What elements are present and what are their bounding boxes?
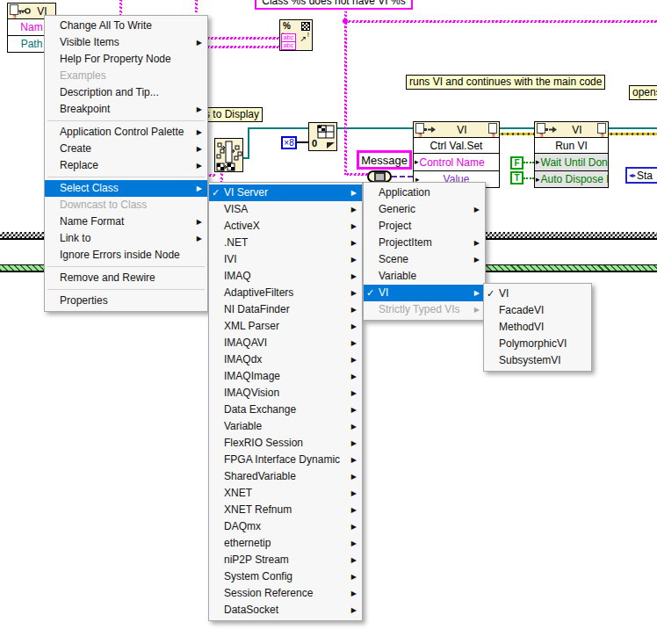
menu-item-description-and-tip[interactable]: Description and Tip...: [45, 84, 207, 101]
numeric-wire[interactable]: [297, 141, 308, 143]
menu-item-application-control-palette[interactable]: Application Control Palette▶: [45, 124, 207, 141]
string-constant-class-error[interactable]: Class %s does not have VI %s: [255, 0, 413, 10]
comment-opens[interactable]: opens: [629, 85, 657, 100]
submenu-arrow-icon: ▶: [351, 402, 357, 418]
menu-item-project[interactable]: Project: [364, 218, 485, 235]
string-wire[interactable]: [119, 0, 122, 16]
menu-item-imaqimage[interactable]: IMAQImage▶: [209, 368, 362, 385]
string-wire[interactable]: [344, 11, 347, 175]
vi-refnum-wire[interactable]: [337, 127, 413, 129]
menu-item-generic[interactable]: Generic▶: [364, 201, 485, 218]
submenu-arrow-icon: ▶: [351, 468, 357, 485]
error-wire[interactable]: [498, 133, 534, 135]
vi-refnum-wire[interactable]: [498, 127, 534, 129]
menu-item-fpga-interface-dynamic[interactable]: FPGA Interface Dynamic▶: [209, 452, 362, 468]
method-name[interactable]: Ctrl Val.Set: [414, 138, 499, 154]
menu-item-xnet[interactable]: XNET▶: [209, 485, 362, 502]
param-auto-dispose-ref[interactable]: ▸ Auto Dispose Ref: [535, 171, 608, 187]
param-control-name[interactable]: ▸ Control Name: [414, 154, 499, 171]
menu-item-label: Scene: [379, 253, 408, 265]
menu-item-remove-and-rewire[interactable]: Remove and Rewire: [45, 270, 207, 286]
menu-item-vi[interactable]: ✓VI: [484, 286, 591, 302]
menu-item-ignore-errors-inside-node[interactable]: Ignore Errors inside Node: [45, 247, 207, 264]
menu-item-application[interactable]: Application: [364, 185, 485, 201]
menu-item-replace[interactable]: Replace▶: [45, 157, 207, 174]
menu-item-flexrio-session[interactable]: FlexRIO Session▶: [209, 435, 362, 452]
menu-item-facadevi[interactable]: FacadeVI: [484, 302, 591, 319]
menu-item-datasocket[interactable]: DataSocket▶: [209, 602, 362, 619]
menu-item-name-format[interactable]: Name Format▶: [45, 213, 207, 230]
invoke-node-ctrl-val-set[interactable]: ?! VI ?! Ctrl Val.Set ▸ Control Name ▸ V…: [413, 121, 500, 188]
boolean-constant-false[interactable]: F: [510, 156, 523, 170]
menu-item-variable[interactable]: Variable▶: [209, 418, 362, 435]
menu-item-imaqvision[interactable]: IMAQVision▶: [209, 385, 362, 402]
menu-item-data-exchange[interactable]: Data Exchange▶: [209, 402, 362, 418]
menu-item-visible-items[interactable]: Visible Items▶: [45, 34, 207, 51]
string-wire[interactable]: [347, 173, 369, 176]
menu-item-daqmx[interactable]: DAQmx▶: [209, 518, 362, 535]
param-wait-until-done[interactable]: ▸ Wait Until Done: [535, 154, 608, 171]
submenu-arrow-icon: ▶: [197, 180, 202, 197]
menu-item-subsystemvi[interactable]: SubsystemVI: [484, 352, 591, 369]
index-array-icon[interactable]: 0: [308, 122, 337, 151]
comment-s-to-display[interactable]: s to Display: [201, 107, 263, 122]
boolean-wire[interactable]: [523, 162, 534, 163]
menu-item-projectitem[interactable]: ProjectItem▶: [364, 235, 485, 251]
menu-item-variable[interactable]: Variable: [364, 268, 485, 285]
menu-item-xnet-refnum[interactable]: XNET Refnum▶: [209, 502, 362, 518]
string-wire[interactable]: [345, 20, 657, 23]
variant-wire[interactable]: [392, 176, 413, 177]
local-variable-sta[interactable]: ◂▸ Sta: [625, 167, 657, 184]
menu-item-visa[interactable]: VISA▶: [209, 201, 362, 218]
menu-item-label: IVI: [224, 253, 237, 265]
to-variant-icon[interactable]: [367, 170, 392, 183]
menu-item-create[interactable]: Create▶: [45, 141, 207, 157]
method-name[interactable]: Run VI: [535, 138, 608, 154]
menu-item-adaptivefilters[interactable]: AdaptiveFilters▶: [209, 285, 362, 301]
menu-item-ivi[interactable]: IVI▶: [209, 251, 362, 268]
class-name: VI: [436, 124, 488, 136]
menu-item-imaqdx[interactable]: IMAQdx▶: [209, 351, 362, 368]
menu-item-system-config[interactable]: System Config▶: [209, 568, 362, 585]
menu-item-xml-parser[interactable]: XML Parser▶: [209, 318, 362, 335]
vi-refnum-wire[interactable]: [607, 127, 657, 129]
error-wire[interactable]: [607, 133, 657, 135]
format-into-string-icon[interactable]: % ! ! ↗ abc abc: [279, 19, 313, 51]
menu-item-breakpoint[interactable]: Breakpoint▶: [45, 101, 207, 118]
vi-refnum-wire[interactable]: [248, 127, 249, 159]
menu-item-activex[interactable]: ActiveX▶: [209, 218, 362, 235]
boolean-constant-true[interactable]: T: [510, 171, 523, 185]
menu-item-vi-server[interactable]: ✓VI Server▶: [209, 185, 362, 201]
string-wire[interactable]: [195, 0, 198, 12]
message-label[interactable]: Message: [357, 150, 412, 170]
menu-item-properties[interactable]: Properties: [45, 293, 207, 309]
vi-refnum-wire[interactable]: [242, 157, 249, 159]
menu-item-net[interactable]: .NET▶: [209, 235, 362, 251]
menu-item-imaq[interactable]: IMAQ▶: [209, 268, 362, 285]
menu-item-change-all-to-write[interactable]: Change All To Write: [45, 18, 207, 34]
menu-item-imaqavi[interactable]: IMAQAVI▶: [209, 335, 362, 351]
menu-item-label: .NET: [224, 236, 248, 249]
invoke-node-run-vi[interactable]: ?! VI ?! Run VI ▸ Wait Until Done ▸ Auto…: [534, 121, 609, 188]
menu-item-help-for-property-node[interactable]: Help For Property Node: [45, 51, 207, 68]
menu-item-session-reference[interactable]: Session Reference▶: [209, 585, 362, 602]
menu-item-label: Session Reference: [224, 587, 313, 599]
menu-item-ethernetip[interactable]: ethernetip▶: [209, 535, 362, 552]
numeric-constant-x8[interactable]: ×8: [281, 136, 297, 149]
menu-item-methodvi[interactable]: MethodVI: [484, 319, 591, 336]
menu-item-polymorphicvi[interactable]: PolymorphicVI: [484, 336, 591, 352]
menu-item-strictly-typed-vis[interactable]: Strictly Typed VIs▶: [364, 301, 485, 318]
comment-runs-vi[interactable]: runs VI and continues with the main code: [406, 75, 605, 90]
menu-item-nip2p-stream[interactable]: niP2P Stream▶: [209, 552, 362, 568]
menu-item-select-class[interactable]: Select Class▶: [45, 180, 207, 197]
menu-item-vi[interactable]: ✓VI▶: [364, 285, 485, 301]
menu-item-examples[interactable]: Examples: [45, 68, 207, 84]
menu-item-downcast-to-class[interactable]: Downcast to Class: [45, 197, 207, 213]
menu-item-sharedvariable[interactable]: SharedVariable▶: [209, 468, 362, 485]
array-function-icon[interactable]: [214, 138, 243, 172]
vi-refnum-wire[interactable]: [249, 127, 308, 129]
boolean-wire[interactable]: [523, 177, 534, 179]
menu-item-scene[interactable]: Scene▶: [364, 251, 485, 268]
menu-item-link-to[interactable]: Link to▶: [45, 230, 207, 247]
menu-item-ni-datafinder[interactable]: NI DataFinder▶: [209, 301, 362, 318]
